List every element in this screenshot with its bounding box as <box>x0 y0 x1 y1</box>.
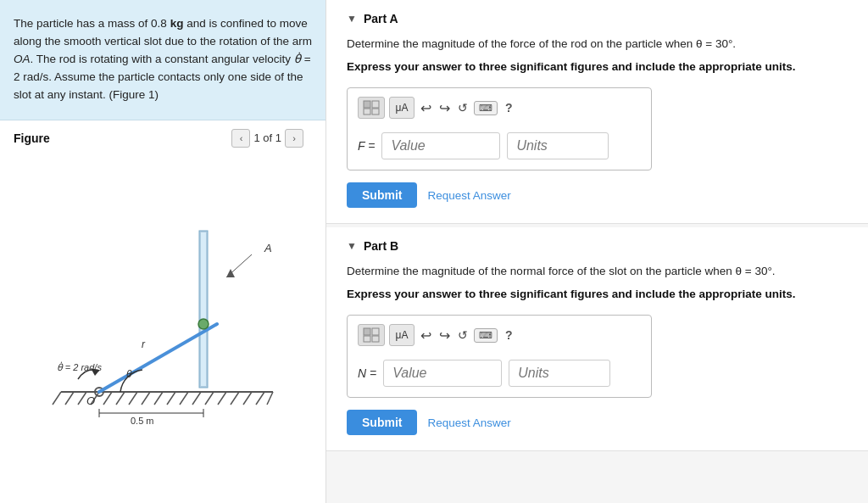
angular-velocity: θ̇ <box>294 53 301 65</box>
svg-marker-27 <box>226 269 235 277</box>
part-a-matrix-button[interactable] <box>358 97 385 119</box>
part-b-redo-button[interactable]: ↪ <box>437 326 452 345</box>
mass-value: 0.8 <box>151 17 167 30</box>
part-a-label: Part A <box>364 12 398 25</box>
part-b-refresh-button[interactable]: ↺ <box>456 327 470 344</box>
svg-rect-40 <box>364 328 370 335</box>
svg-point-28 <box>198 319 209 329</box>
part-a-submit-button[interactable]: Submit <box>347 182 417 208</box>
part-b-answer-box: μΑ ↩ ↪ ↺ ⌨ ? N = <box>347 315 652 398</box>
problem-text: The particle has a mass of 0.8 kg and is… <box>0 0 326 120</box>
chevron-left-icon: ‹ <box>240 133 243 143</box>
mu-icon: μΑ <box>396 102 409 114</box>
part-b-toolbar: μΑ ↩ ↪ ↺ ⌨ ? <box>358 324 641 351</box>
part-a-instruction: Express your answer to three significant… <box>347 59 848 75</box>
part-b-header[interactable]: ▼ Part B <box>347 239 848 253</box>
figure-next-button[interactable]: › <box>285 129 303 148</box>
right-panel: ▼ Part A Determine the magnitude of the … <box>326 0 868 503</box>
svg-rect-42 <box>364 336 370 342</box>
part-a-redo-button[interactable]: ↪ <box>437 98 452 118</box>
part-b-actions: Submit Request Answer <box>347 410 848 435</box>
svg-line-13 <box>205 392 214 405</box>
part-a-undo-button[interactable]: ↩ <box>419 98 433 118</box>
svg-text:O: O <box>86 394 95 407</box>
chevron-right-icon: › <box>292 133 296 143</box>
svg-line-3 <box>78 392 86 405</box>
part-b-section: ▼ Part B Determine the magnitude of the … <box>326 227 868 451</box>
figure-nav: ‹ 1 of 1 › <box>231 129 303 148</box>
svg-line-5 <box>103 392 112 405</box>
svg-line-10 <box>167 392 175 405</box>
part-a-section: ▼ Part A Determine the magnitude of the … <box>326 0 868 224</box>
svg-rect-39 <box>372 109 379 115</box>
svg-rect-38 <box>364 109 370 115</box>
part-a-input-row: F = <box>358 132 641 159</box>
matrix-icon-b <box>363 327 380 343</box>
part-b-help-button[interactable]: ? <box>502 327 516 344</box>
part-b-submit-button[interactable]: Submit <box>347 410 417 435</box>
part-b-question: Determine the magnitude of the normal fo… <box>347 263 848 280</box>
svg-rect-37 <box>372 101 379 108</box>
svg-line-12 <box>192 392 201 405</box>
arm-label: OA <box>14 53 31 65</box>
figure-canvas: O r A θ θ <box>14 153 312 496</box>
svg-line-14 <box>218 392 226 405</box>
part-a-request-answer-link[interactable]: Request Answer <box>427 189 510 202</box>
part-a-keyboard-button[interactable]: ⌨ <box>474 101 498 115</box>
svg-line-16 <box>243 392 252 405</box>
figure-count: 1 of 1 <box>253 131 281 144</box>
svg-line-2 <box>65 392 74 405</box>
physics-diagram: O r A θ θ <box>36 222 290 426</box>
svg-text:r: r <box>142 338 146 350</box>
svg-line-18 <box>267 392 273 405</box>
figure-section: Figure ‹ 1 of 1 › <box>0 120 326 503</box>
left-panel: The particle has a mass of 0.8 kg and is… <box>0 0 326 503</box>
part-b-value-input[interactable] <box>383 360 502 387</box>
part-a-actions: Submit Request Answer <box>347 182 848 208</box>
svg-text:θ: θ <box>126 368 132 380</box>
part-a-input-label: F = <box>358 139 375 153</box>
part-b-matrix-button[interactable] <box>358 324 385 346</box>
svg-line-6 <box>116 392 125 405</box>
part-a-mu-button[interactable]: μΑ <box>389 97 415 119</box>
part-a-header[interactable]: ▼ Part A <box>347 12 848 25</box>
svg-line-9 <box>154 392 163 405</box>
svg-rect-36 <box>364 101 370 108</box>
svg-line-7 <box>129 392 137 405</box>
part-a-units-input[interactable] <box>507 132 609 159</box>
figure-ref: Figure 1 <box>113 88 155 101</box>
part-b-undo-button[interactable]: ↩ <box>419 326 433 345</box>
part-a-toolbar: μΑ ↩ ↪ ↺ ⌨ ? <box>358 97 641 124</box>
svg-line-17 <box>256 392 264 405</box>
part-b-units-input[interactable] <box>509 360 610 387</box>
svg-line-11 <box>180 392 188 405</box>
mass-unit: kg <box>170 17 184 30</box>
part-b-toggle-icon: ▼ <box>347 240 357 252</box>
svg-text:0.5 m: 0.5 m <box>131 416 154 426</box>
part-a-refresh-button[interactable]: ↺ <box>456 99 470 116</box>
figure-prev-button[interactable]: ‹ <box>231 129 250 148</box>
part-a-toggle-icon: ▼ <box>347 13 357 25</box>
svg-rect-20 <box>201 232 206 386</box>
figure-title: Figure <box>14 131 50 145</box>
part-b-input-label: N = <box>358 366 376 380</box>
matrix-icon <box>363 100 380 115</box>
part-b-input-row: N = <box>358 360 641 387</box>
part-b-request-answer-link[interactable]: Request Answer <box>427 416 510 429</box>
svg-line-15 <box>231 392 239 405</box>
part-b-label: Part B <box>364 239 398 253</box>
part-b-mu-button[interactable]: μΑ <box>389 324 415 346</box>
mu-icon-b: μΑ <box>396 329 409 341</box>
svg-rect-41 <box>372 328 379 335</box>
part-a-answer-box: μΑ ↩ ↪ ↺ ⌨ ? F = <box>347 87 652 170</box>
svg-line-1 <box>53 392 61 405</box>
svg-text:A: A <box>264 242 272 254</box>
part-a-help-button[interactable]: ? <box>502 99 516 116</box>
svg-text:θ̇ = 2 rad/s: θ̇ = 2 rad/s <box>57 361 102 372</box>
part-b-keyboard-button[interactable]: ⌨ <box>474 328 498 343</box>
part-a-question: Determine the magnitude of the force of … <box>347 36 848 53</box>
svg-line-8 <box>142 392 150 405</box>
part-b-instruction: Express your answer to three significant… <box>347 287 848 303</box>
svg-rect-43 <box>372 336 379 342</box>
part-a-value-input[interactable] <box>381 132 500 159</box>
